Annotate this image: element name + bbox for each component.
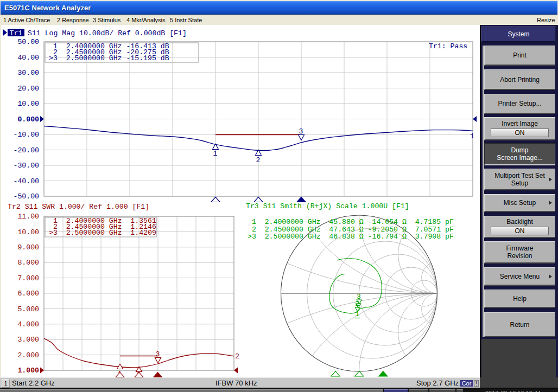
svg-text:40.00: 40.00 (17, 54, 39, 62)
svg-text:Tr1: Pass: Tr1: Pass (429, 42, 467, 50)
svg-text:3.000: 3.000 (17, 336, 39, 344)
svg-text:7.000: 7.000 (17, 274, 39, 282)
svg-text:-10.00: -10.00 (14, 131, 40, 139)
svg-text:1: 1 (213, 150, 218, 158)
svg-text:2.000: 2.000 (17, 351, 39, 359)
svg-text:10.00: 10.00 (17, 100, 39, 108)
svg-text:-50.00: -50.00 (14, 192, 40, 201)
svg-text:1: 1 (470, 132, 474, 140)
svg-text:>3 2.5000000 GHz 46.838 Ω -1: >3 2.5000000 GHz 46.838 Ω -16.794 Ω 3.79… (248, 233, 454, 241)
svg-text:1.000: 1.000 (17, 367, 39, 375)
svg-text:6.000: 6.000 (17, 290, 39, 298)
svg-text:30.00: 30.00 (17, 69, 39, 77)
svg-text:1: 1 (356, 310, 360, 318)
svg-text:3: 3 (156, 350, 160, 358)
svg-text:0.000: 0.000 (17, 115, 39, 124)
svg-text:50.00: 50.00 (17, 38, 39, 46)
svg-text:20.00: 20.00 (17, 85, 39, 93)
svg-text:5.000: 5.000 (17, 305, 39, 313)
svg-text:-20.00: -20.00 (14, 146, 40, 155)
svg-text:4.000: 4.000 (17, 320, 39, 329)
svg-text:-30.00: -30.00 (14, 162, 40, 170)
svg-text:>3 2.5000000 GHz 1.4209: >3 2.5000000 GHz 1.4209 (49, 229, 156, 237)
svg-text:S11 Log Mag 10.00dB/ Ref 0.000: S11 Log Mag 10.00dB/ Ref 0.000dB [F1] (28, 29, 187, 37)
svg-text:11.00: 11.00 (17, 213, 39, 221)
svg-text:8.000: 8.000 (17, 259, 39, 267)
svg-text:Tr2 S11 SWR 1.000/ Ref 1.000 [: Tr2 S11 SWR 1.000/ Ref 1.000 [F1] (8, 203, 149, 211)
svg-text:-40.00: -40.00 (14, 177, 40, 185)
svg-text:Tr3 S11 Smith (R+jX) Scale 1.0: Tr3 S11 Smith (R+jX) Scale 1.000U [F1] (246, 202, 409, 210)
svg-text:>3 2.5000000 GHz -15.195 dB: >3 2.5000000 GHz -15.195 dB (49, 54, 169, 62)
svg-text:9.000: 9.000 (17, 243, 39, 252)
svg-text:2: 2 (256, 156, 261, 164)
svg-text:3: 3 (299, 127, 303, 136)
svg-text:10.00: 10.00 (17, 228, 39, 236)
svg-text:2: 2 (235, 352, 239, 361)
svg-text:Tr1: Tr1 (10, 29, 23, 37)
